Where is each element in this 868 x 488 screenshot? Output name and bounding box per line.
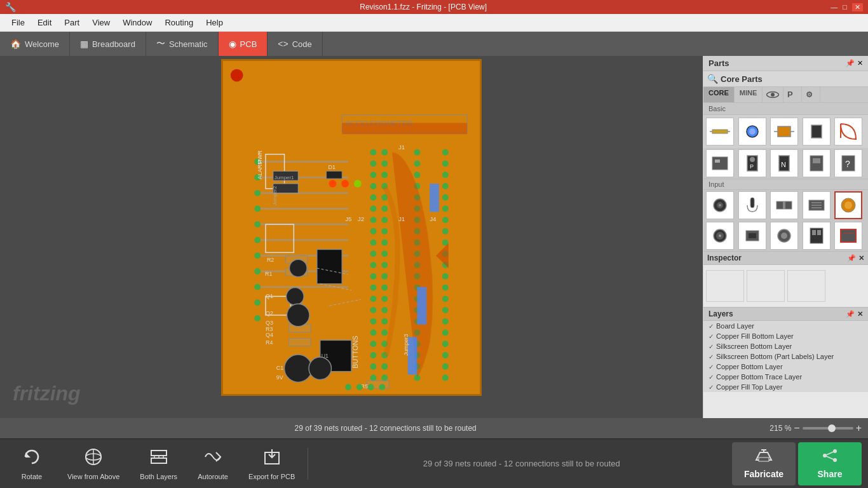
part-camera[interactable]	[706, 222, 734, 250]
menu-window[interactable]: Window	[116, 15, 158, 30]
menu-file[interactable]: File	[5, 15, 31, 30]
svg-point-134	[442, 307, 449, 313]
layer-copper-fill-top[interactable]: ✓ Copper Fill Top Layer	[703, 382, 868, 392]
parts-pin-icon[interactable]: 📌	[846, 59, 855, 67]
layers-close-icon[interactable]: ✕	[857, 310, 863, 318]
cat-extra2[interactable]: P	[783, 87, 802, 102]
svg-point-203	[719, 234, 721, 237]
inspector-title: Inspector	[707, 254, 742, 262]
part-mic[interactable]	[738, 191, 766, 219]
menu-view[interactable]: View	[86, 15, 116, 30]
svg-point-154	[354, 180, 362, 187]
svg-rect-209	[812, 230, 816, 235]
part-transistor[interactable]	[803, 118, 831, 146]
input-label: Input	[703, 179, 868, 190]
part-led[interactable]	[738, 118, 766, 146]
part-capacitor[interactable]	[770, 118, 798, 146]
tab-schematic[interactable]: 〜 Schematic	[146, 32, 219, 56]
export-pcb-button[interactable]: Export for PCB	[238, 444, 305, 484]
fritzing-logo: fritzing	[13, 382, 81, 405]
svg-rect-168	[712, 130, 728, 133]
layers-pin-icon[interactable]: 📌	[846, 310, 855, 318]
fabricate-button[interactable]: Fabricate	[732, 442, 796, 485]
part-ic[interactable]	[834, 118, 862, 146]
tab-breadboard[interactable]: ▦ Breadboard	[70, 32, 146, 56]
layer-board[interactable]: ✓ Board Layer	[703, 321, 868, 331]
svg-point-68	[370, 273, 377, 280]
menu-edit[interactable]: Edit	[31, 15, 58, 30]
minimize-button[interactable]: —	[831, 3, 837, 11]
parts-close-icon[interactable]: ✕	[857, 59, 863, 67]
menu-routing[interactable]: Routing	[158, 15, 200, 30]
zoom-slider[interactable]	[803, 427, 853, 430]
part-resistor[interactable]	[706, 118, 734, 146]
close-button[interactable]: ✕	[852, 3, 863, 11]
part-connector[interactable]	[738, 222, 766, 250]
svg-point-8	[254, 206, 261, 212]
svg-point-72	[370, 318, 377, 325]
share-button[interactable]: Share	[798, 442, 862, 485]
zoom-minus-button[interactable]: −	[794, 423, 799, 434]
app-icon: 🔧	[5, 2, 16, 12]
maximize-button[interactable]: □	[843, 3, 847, 11]
tab-code[interactable]: <> Code	[268, 32, 322, 56]
svg-text:Jumper3: Jumper3	[403, 334, 409, 356]
layer-copper-bottom[interactable]: ✓ Copper Bottom Layer	[703, 362, 868, 372]
svg-point-88	[381, 262, 388, 268]
svg-text:D1: D1	[329, 164, 336, 170]
svg-text:R3: R3	[266, 326, 273, 332]
part-p-component[interactable]: P	[738, 149, 766, 177]
svg-point-159	[368, 384, 374, 390]
tab-pcb[interactable]: ◉ PCB	[219, 32, 268, 56]
inspector-close-icon[interactable]: ✕	[858, 254, 864, 262]
part-grip[interactable]	[834, 222, 862, 250]
tab-pcb-label: PCB	[240, 39, 257, 49]
part-shield[interactable]	[803, 149, 831, 177]
zoom-plus-button[interactable]: +	[856, 423, 862, 434]
menu-help[interactable]: Help	[200, 15, 229, 30]
layers-panel: Layers 📌 ✕ ✓ Board Layer ✓ Copper Fill B…	[703, 307, 868, 392]
part-sensor[interactable]	[803, 222, 831, 250]
share-icon	[821, 449, 839, 466]
inspector-pin-icon[interactable]: 📌	[847, 254, 856, 262]
toolbar-separator	[308, 448, 308, 480]
rotate-button[interactable]: Rotate	[6, 444, 57, 484]
svg-point-91	[381, 295, 388, 302]
part-special[interactable]	[834, 191, 862, 219]
part-switch[interactable]	[770, 191, 798, 219]
tab-welcome[interactable]: 🏠 Welcome	[0, 32, 70, 56]
cat-extra3[interactable]: ⚙	[802, 87, 820, 102]
pcb-board[interactable]: ACCELEROMETER P	[221, 59, 482, 396]
part-relay[interactable]	[803, 191, 831, 219]
part-n-component[interactable]: N	[770, 149, 798, 177]
svg-point-89	[381, 273, 388, 280]
pcb-canvas[interactable]: fritzing ACCELEROMETER	[0, 56, 703, 418]
svg-point-127	[442, 228, 449, 234]
svg-rect-186	[813, 158, 820, 163]
svg-point-69	[370, 285, 377, 291]
layer-copper-bottom-trace[interactable]: ✓ Copper Bottom Trace Layer	[703, 372, 868, 382]
inspector-box-3	[787, 270, 825, 302]
svg-point-153	[341, 180, 349, 187]
parts-header: Parts 📌 ✕	[703, 56, 868, 71]
svg-rect-40	[288, 338, 310, 346]
autoroute-button[interactable]: Autoroute	[187, 444, 238, 484]
layer-silkscreen-bottom[interactable]: ✓ Silkscreen Bottom Layer	[703, 341, 868, 351]
part-arduino-board[interactable]	[706, 149, 734, 177]
part-speaker[interactable]	[706, 191, 734, 219]
menu-part[interactable]: Part	[58, 15, 86, 30]
layer-cb-label: Copper Bottom Layer	[716, 363, 783, 370]
layer-copper-fill-bottom[interactable]: ✓ Copper Fill Bottom Layer	[703, 331, 868, 341]
both-layers-button[interactable]: Both Layers	[130, 444, 187, 484]
cat-extra1[interactable]	[763, 87, 783, 102]
svg-point-66	[370, 250, 377, 257]
zoom-thumb[interactable]	[828, 424, 836, 432]
view-from-above-button[interactable]: View from Above	[57, 444, 130, 484]
welcome-icon: 🏠	[10, 39, 21, 49]
cat-mine[interactable]: MINE	[735, 87, 763, 102]
cat-core[interactable]: CORE	[703, 87, 735, 102]
svg-point-93	[381, 318, 388, 325]
layer-silkscreen-bottom-labels[interactable]: ✓ Silkscreen Bottom (Part Labels) Layer	[703, 351, 868, 362]
part-button[interactable]	[770, 222, 798, 250]
part-unknown[interactable]: ?	[834, 149, 862, 177]
